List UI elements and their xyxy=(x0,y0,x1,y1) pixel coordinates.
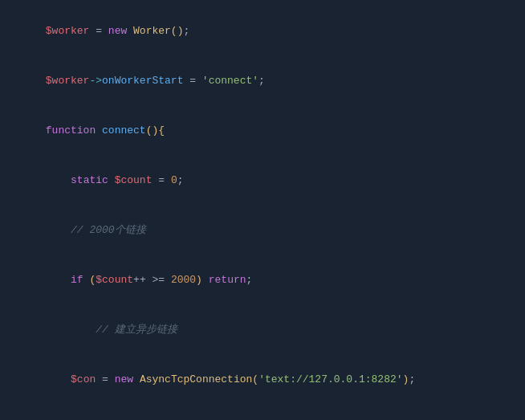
token: $worker xyxy=(46,25,90,37)
token xyxy=(46,274,71,286)
token: = xyxy=(96,373,114,385)
token: function xyxy=(46,124,96,137)
token xyxy=(96,124,102,137)
token: -> xyxy=(89,75,102,87)
token: 0 xyxy=(171,174,177,186)
token xyxy=(108,174,115,186)
code-line-2: $worker->onWorkerStart = 'connect'; xyxy=(0,56,525,106)
code-line-6: if ($count++ >= 2000) return; xyxy=(0,255,525,305)
token: connect xyxy=(102,124,146,137)
token xyxy=(46,174,71,186)
token: 2000 xyxy=(171,274,196,286)
token: ; xyxy=(246,274,253,286)
token: () xyxy=(171,25,184,37)
code-line-7: // 建立异步链接 xyxy=(0,305,525,355)
token: // 2000个链接 xyxy=(46,224,146,236)
token xyxy=(46,373,71,385)
code-line-1: $worker = new Worker(); xyxy=(0,6,525,56)
token: onWorkerStart xyxy=(102,75,183,87)
token: = xyxy=(152,174,170,186)
token: 'text://127.0.0.1:8282' xyxy=(258,373,402,385)
token: ) xyxy=(196,274,202,286)
code-line-9: $con->onConnect = function($con) { xyxy=(0,405,525,420)
code-line-8: $con = new AsyncTcpConnection('text://12… xyxy=(0,355,525,405)
token: ; xyxy=(177,174,184,186)
token: = xyxy=(183,75,201,87)
code-line-4: static $count = 0; xyxy=(0,156,525,206)
token: ( xyxy=(252,373,258,385)
token: ; xyxy=(183,25,189,37)
token: () xyxy=(146,124,159,137)
token: 'connect' xyxy=(202,75,258,87)
code-line-5: // 2000个链接 xyxy=(0,206,525,255)
code-editor: $worker = new Worker(); $worker->onWorke… xyxy=(0,0,525,420)
token xyxy=(133,373,140,385)
token: ++ >= xyxy=(133,274,171,286)
token: { xyxy=(158,124,165,137)
token: ; xyxy=(258,75,265,87)
token: AsyncTcpConnection xyxy=(140,373,252,385)
token: ; xyxy=(409,373,415,385)
token xyxy=(127,25,133,37)
token: Worker xyxy=(133,25,171,37)
token: = xyxy=(89,25,108,37)
token: $count xyxy=(96,274,133,286)
token: // 建立异步链接 xyxy=(46,324,177,336)
token: if xyxy=(71,274,83,286)
token: new xyxy=(108,25,127,37)
token: $con xyxy=(71,373,96,385)
token: static xyxy=(71,174,108,186)
token: $count xyxy=(115,174,153,186)
token: $worker xyxy=(46,75,90,87)
code-line-3: function connect(){ xyxy=(0,106,525,156)
token: new xyxy=(115,373,133,385)
token: return xyxy=(209,274,246,286)
token xyxy=(202,274,209,286)
